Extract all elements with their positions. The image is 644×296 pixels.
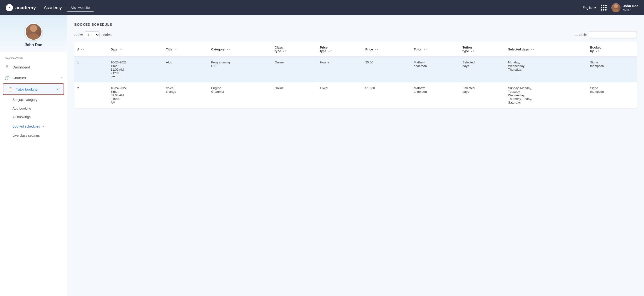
submenu-item-booked-schedules[interactable]: Booked schedules ← <box>12 121 67 131</box>
cell-category: English Grammer <box>208 82 272 108</box>
courses-icon: 🛒 <box>5 75 10 80</box>
submenu-item-live-class-settings[interactable]: Live class settings <box>12 131 67 140</box>
show-label: Show <box>74 33 83 37</box>
cell-title: Algo <box>163 56 208 82</box>
sidebar-item-courses[interactable]: 🛒 Courses › <box>0 72 67 83</box>
col-selected-days[interactable]: Selected days ▲▼ <box>505 42 587 56</box>
entries-select[interactable]: 10 25 50 100 <box>85 32 100 38</box>
cell-date: 10-20-2022 Time : 11:00 AM - 12:00 PM <box>108 56 163 82</box>
col-category[interactable]: Category ▲▼ <box>208 42 272 56</box>
col-tution-type[interactable]: Tutiontype ▲▼ <box>460 42 505 56</box>
cell-booked_by: Signe thompson <box>587 56 637 82</box>
sidebar-item-dashboard[interactable]: ⠿ Dashboard <box>0 62 67 72</box>
entries-label: entries <box>102 33 112 37</box>
arrow-indicator: ← <box>42 124 46 128</box>
col-date[interactable]: Date ▲▼ <box>108 42 163 56</box>
col-tutor[interactable]: Tutor ▲▼ <box>411 42 460 56</box>
sidebar: John Doe NAVIGATION ⠿ Dashboard 🛒 Course… <box>0 15 67 296</box>
visit-website-button[interactable]: Visit website <box>67 4 94 12</box>
page-title: BOOKED SCHEDULE <box>74 23 637 27</box>
user-menu[interactable]: John Doe Admin <box>612 3 638 12</box>
booked-schedule-table: # ▲▼ Date ▲▼ Title ▲▼ Category ▲▼ Classt… <box>74 42 637 108</box>
svg-point-5 <box>30 25 37 32</box>
search-label: Search: <box>576 33 587 37</box>
cell-tutor: Mathew anderson <box>411 82 460 108</box>
cell-tution_type: Selected days <box>460 56 505 82</box>
tutor-booking-icon: 📋 <box>8 87 13 92</box>
cell-price_type: Fixed <box>317 82 362 108</box>
cell-date: 10-24-2022 Time : 09:00 AM - 10:00 AM <box>108 82 163 108</box>
svg-point-1 <box>613 9 619 12</box>
table-controls: Show 10 25 50 100 entries Search: <box>74 31 637 39</box>
svg-point-4 <box>28 33 39 40</box>
cell-num: 2 <box>74 82 108 108</box>
search-input[interactable] <box>589 31 637 39</box>
sidebar-item-tutor-booking[interactable]: 📋 Tutor booking ∨ <box>3 83 64 95</box>
cell-selected_days: Sunday, Monday, Tuesday, Wednesday, Thur… <box>505 82 587 108</box>
chevron-right-icon: › <box>61 76 62 79</box>
sidebar-item-label: Courses <box>12 76 26 80</box>
booked-schedules-label: Booked schedules <box>12 124 40 128</box>
cell-booked_by: Signe thompson <box>587 82 637 108</box>
cell-class_type: Online <box>272 56 317 82</box>
topnav-right: English ▾ John Doe Admin <box>582 3 638 12</box>
sidebar-profile-name: John Doe <box>25 43 42 47</box>
tutor-booking-submenu: Subject category Add booking All booking… <box>0 95 67 140</box>
main-content: BOOKED SCHEDULE Show 10 25 50 100 entrie… <box>67 15 644 296</box>
cell-price_type: Hourly <box>317 56 362 82</box>
apps-grid-icon[interactable] <box>601 5 606 11</box>
avatar-image <box>612 3 620 12</box>
cell-tutor: Mathew anderson <box>411 56 460 82</box>
top-navigation: ∧ academy Academy Visit website English … <box>0 0 644 15</box>
cell-price: $5.00 <box>362 56 411 82</box>
profile-avatar-image <box>26 23 42 40</box>
nav-divider <box>40 4 40 11</box>
nav-section-label: NAVIGATION <box>0 57 67 62</box>
search-box: Search: <box>576 31 637 39</box>
table-header-row: # ▲▼ Date ▲▼ Title ▲▼ Category ▲▼ Classt… <box>74 42 637 56</box>
user-name: John Doe <box>623 4 638 8</box>
dashboard-icon: ⠿ <box>5 65 10 69</box>
col-price[interactable]: Price ▲▼ <box>362 42 411 56</box>
submenu-item-add-booking[interactable]: Add booking <box>12 104 67 113</box>
avatar <box>612 3 620 12</box>
table-row: 210-24-2022 Time : 09:00 AM - 10:00 AMVo… <box>74 82 637 108</box>
sidebar-profile: John Doe <box>0 15 67 52</box>
user-text: John Doe Admin <box>623 4 638 11</box>
col-num[interactable]: # ▲▼ <box>74 42 108 56</box>
sidebar-item-label: Dashboard <box>12 65 30 69</box>
cell-price: $13.00 <box>362 82 411 108</box>
chevron-down-icon: ▾ <box>594 6 596 10</box>
cell-num: 1 <box>74 56 108 82</box>
sidebar-navigation: NAVIGATION ⠿ Dashboard 🛒 Courses › 📋 Tut… <box>0 52 67 145</box>
table-container: # ▲▼ Date ▲▼ Title ▲▼ Category ▲▼ Classt… <box>74 42 637 108</box>
cell-title: Voice change <box>163 82 208 108</box>
app-name: Academy <box>44 5 62 10</box>
show-entries-control: Show 10 25 50 100 entries <box>74 32 112 38</box>
language-label: English <box>582 6 594 10</box>
table-body: 110-20-2022 Time : 11:00 AM - 12:00 PMAl… <box>74 56 637 108</box>
user-role: Admin <box>623 8 638 11</box>
col-class-type[interactable]: Classtype ▲▼ <box>272 42 317 56</box>
cell-category: Programming C++ <box>208 56 272 82</box>
sidebar-item-label: Tutor booking <box>16 87 38 91</box>
submenu-item-all-bookings[interactable]: All bookings <box>12 113 67 121</box>
cell-class_type: Online <box>272 82 317 108</box>
col-title[interactable]: Title ▲▼ <box>163 42 208 56</box>
profile-avatar <box>25 23 42 40</box>
submenu-item-subject-category[interactable]: Subject category <box>12 95 67 104</box>
col-price-type[interactable]: Pricetype ▲▼ <box>317 42 362 56</box>
language-selector[interactable]: English ▾ <box>582 6 596 10</box>
chevron-down-icon: ∨ <box>56 87 59 91</box>
table-row: 110-20-2022 Time : 11:00 AM - 12:00 PMAl… <box>74 56 637 82</box>
main-layout: John Doe NAVIGATION ⠿ Dashboard 🛒 Course… <box>0 15 644 296</box>
brand-name: academy <box>15 5 36 11</box>
cell-tution_type: Selected days <box>460 82 505 108</box>
cell-selected_days: Monday, Wednesday, Thursday, <box>505 56 587 82</box>
col-booked-by[interactable]: Bookedby ▲▼ <box>587 42 637 56</box>
svg-point-2 <box>614 4 618 8</box>
brand-logo[interactable]: ∧ academy <box>6 4 36 11</box>
logo-icon: ∧ <box>6 4 13 11</box>
